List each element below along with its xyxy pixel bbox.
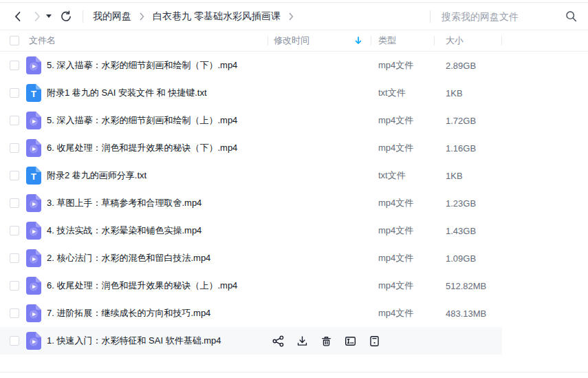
file-type: txt文件: [371, 169, 435, 182]
file-name[interactable]: 6. 收尾处理：润色和提升效果的秘诀（上）.mp4: [47, 280, 268, 292]
file-size: 1KB: [435, 88, 502, 98]
file-name[interactable]: 附录1 巷九的 SAI 安装文件 和 快捷键.txt: [47, 87, 268, 99]
column-label-size[interactable]: 大小: [446, 34, 464, 47]
file-size: 483.13MB: [435, 308, 502, 319]
row-checkbox[interactable]: [10, 281, 19, 291]
video-file-icon: [26, 112, 41, 129]
column-header-type: 类型: [371, 30, 435, 51]
file-name[interactable]: 5. 深入描摹：水彩的细节刻画和绘制（上）.mp4: [47, 114, 268, 127]
video-file-icon: [26, 222, 41, 240]
search-icon: [565, 10, 577, 22]
table-row[interactable]: 3. 草图上手：草稿参考和合理取舍.mp4mp4文件1.23GB: [0, 189, 502, 217]
action-share-button[interactable]: [272, 335, 284, 347]
row-checkbox[interactable]: [10, 116, 19, 125]
row-checkbox[interactable]: [10, 61, 19, 70]
table-row[interactable]: 5. 深入描摹：水彩的细节刻画和绘制（下）.mp4mp4文件2.89GB: [0, 52, 502, 79]
row-checkbox[interactable]: [10, 143, 19, 153]
row-checkbox[interactable]: [10, 336, 19, 346]
table-header: 文件名 修改时间 类型 大小: [0, 30, 588, 52]
file-type: mp4文件: [371, 307, 435, 319]
column-header-name: 文件名: [19, 30, 268, 51]
video-file-icon: [26, 139, 41, 157]
forward-icon: [33, 11, 41, 22]
table-row[interactable]: 1. 快速入门：水彩特征和 SAI 软件基础.mp4: [0, 327, 502, 355]
file-size: 2.89GB: [435, 61, 502, 71]
rename-icon: [345, 335, 356, 347]
file-name[interactable]: 2. 核心法门：水彩的混色和留白技法.mp4: [47, 252, 268, 264]
file-size: 1.09GB: [435, 253, 502, 264]
file-size: 512.82MB: [435, 281, 502, 291]
toolbar: 我的网盘 白衣巷九 零基础水彩风插画课: [0, 2, 588, 30]
file-size: 1.16GB: [435, 143, 502, 154]
back-icon: [14, 11, 22, 22]
file-name[interactable]: 4. 技法实战：水彩晕染和铺色实操.mp4: [47, 224, 268, 237]
file-list: 5. 深入描摹：水彩的细节刻画和绘制（下）.mp4mp4文件2.89GB T附录…: [0, 52, 502, 355]
sort-desc-icon[interactable]: [355, 36, 362, 45]
toolbar-divider: [83, 10, 83, 23]
action-download-button[interactable]: [296, 335, 308, 347]
file-name[interactable]: 5. 深入描摹：水彩的细节刻画和绘制（下）.mp4: [47, 59, 268, 72]
column-header-modified: 修改时间: [268, 30, 371, 51]
select-all-checkbox[interactable]: [10, 36, 19, 45]
table-row[interactable]: 4. 技法实战：水彩晕染和铺色实操.mp4mp4文件1.43GB: [0, 217, 502, 244]
file-name[interactable]: 7. 进阶拓展：继续成长的方向和技巧.mp4: [47, 307, 268, 319]
column-label-type[interactable]: 类型: [378, 34, 396, 47]
action-more-button[interactable]: [368, 335, 380, 347]
table-row[interactable]: 6. 收尾处理：润色和提升效果的秘诀（下）.mp4mp4文件1.16GB: [0, 134, 502, 162]
share-icon: [272, 335, 284, 347]
back-button[interactable]: [11, 8, 25, 25]
row-checkbox[interactable]: [10, 171, 19, 180]
table-row[interactable]: 6. 收尾处理：润色和提升效果的秘诀（上）.mp4mp4文件512.82MB: [0, 272, 502, 300]
file-size: 1.43GB: [435, 226, 502, 236]
svg-text:T: T: [31, 89, 36, 99]
row-checkbox[interactable]: [10, 198, 19, 208]
video-file-icon: [26, 332, 41, 350]
text-file-icon: T: [26, 167, 41, 185]
action-rename-button[interactable]: [344, 335, 356, 347]
row-checkbox[interactable]: [10, 88, 19, 98]
download-icon: [296, 335, 308, 347]
dropdown-caret-icon: [46, 14, 52, 18]
more-icon: [369, 335, 380, 347]
search-button[interactable]: [564, 9, 578, 23]
file-type: mp4文件: [371, 280, 435, 292]
row-hover-actions: [272, 327, 380, 355]
file-size: 1KB: [435, 171, 502, 181]
video-file-icon: [26, 304, 41, 322]
column-label-modified[interactable]: 修改时间: [274, 34, 309, 47]
file-size: 1.23GB: [435, 198, 502, 209]
row-checkbox[interactable]: [10, 226, 19, 235]
file-name[interactable]: 1. 快速入门：水彩特征和 SAI 软件基础.mp4: [47, 335, 268, 347]
search-input[interactable]: [442, 11, 564, 22]
row-checkbox[interactable]: [10, 253, 19, 263]
action-delete-button[interactable]: [320, 335, 332, 347]
video-file-icon: [26, 194, 41, 212]
history-dropdown-button[interactable]: [44, 8, 54, 25]
bottom-divider: [0, 372, 588, 372]
breadcrumb-my-drive[interactable]: 我的网盘: [93, 10, 131, 23]
file-type: mp4文件: [371, 142, 435, 154]
table-row[interactable]: 7. 进阶拓展：继续成长的方向和技巧.mp4mp4文件483.13MB: [0, 300, 502, 327]
refresh-button[interactable]: [59, 8, 73, 25]
table-row[interactable]: T附录2 巷九的画师分享.txttxt文件1KB: [0, 162, 502, 189]
file-type: mp4文件: [371, 252, 435, 264]
forward-button[interactable]: [30, 8, 44, 25]
table-row[interactable]: 5. 深入描摹：水彩的细节刻画和绘制（上）.mp4mp4文件1.72GB: [0, 107, 502, 134]
breadcrumb-current-folder[interactable]: 白衣巷九 零基础水彩风插画课: [153, 10, 281, 23]
file-name[interactable]: 附录2 巷九的画师分享.txt: [47, 169, 268, 182]
file-name[interactable]: 6. 收尾处理：润色和提升效果的秘诀（下）.mp4: [47, 142, 268, 154]
refresh-icon: [60, 10, 72, 23]
column-header-size: 大小: [435, 30, 502, 51]
text-file-icon: T: [26, 84, 41, 102]
table-row[interactable]: T附录1 巷九的 SAI 安装文件 和 快捷键.txttxt文件1KB: [0, 79, 502, 107]
file-type: mp4文件: [371, 59, 435, 72]
breadcrumb: 我的网盘 白衣巷九 零基础水彩风插画课: [93, 10, 294, 23]
svg-text:T: T: [31, 171, 36, 182]
column-label-name[interactable]: 文件名: [29, 34, 56, 47]
row-checkbox[interactable]: [10, 308, 19, 318]
file-name[interactable]: 3. 草图上手：草稿参考和合理取舍.mp4: [47, 197, 268, 209]
table-row[interactable]: 2. 核心法门：水彩的混色和留白技法.mp4mp4文件1.09GB: [0, 244, 502, 272]
search-divider: [430, 10, 431, 23]
file-type: txt文件: [371, 87, 435, 99]
file-type: mp4文件: [371, 224, 435, 237]
